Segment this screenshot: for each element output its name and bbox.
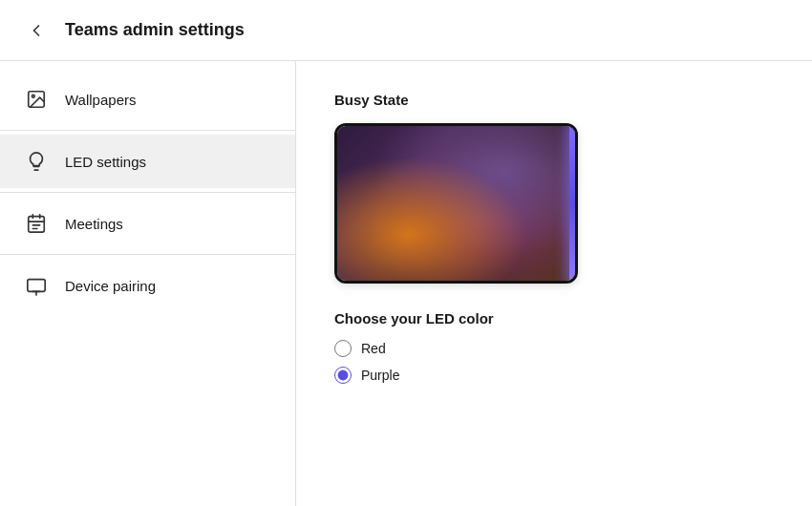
led-option-purple[interactable]: Purple: [334, 367, 774, 384]
sidebar-item-wallpapers[interactable]: Wallpapers: [0, 73, 295, 126]
sidebar-item-meetings[interactable]: Meetings: [0, 197, 295, 250]
svg-point-1: [32, 95, 34, 97]
device-screen: [337, 126, 575, 281]
sidebar-item-label: Device pairing: [65, 278, 156, 294]
svg-rect-2: [29, 217, 45, 233]
led-glow-indicator: [569, 126, 575, 281]
device-icon: [23, 272, 50, 299]
svg-rect-8: [28, 280, 45, 292]
radio-red-label: Red: [361, 341, 386, 356]
led-option-red[interactable]: Red: [334, 340, 774, 357]
sidebar-item-device-pairing[interactable]: Device pairing: [0, 259, 295, 312]
page-title: Teams admin settings: [65, 20, 245, 40]
led-icon: [23, 148, 50, 175]
led-color-options: Red Purple: [334, 340, 774, 384]
image-icon: [23, 86, 50, 113]
header: Teams admin settings: [0, 0, 812, 61]
sidebar-item-label: Wallpapers: [65, 92, 136, 108]
radio-red[interactable]: [334, 340, 352, 357]
sidebar: Wallpapers LED settings: [0, 61, 296, 506]
device-preview: [334, 123, 578, 284]
sidebar-item-label: LED settings: [65, 154, 146, 170]
radio-purple-label: Purple: [361, 368, 399, 383]
meetings-icon: [23, 210, 50, 237]
sidebar-item-led-settings[interactable]: LED settings: [0, 135, 295, 188]
back-icon: [27, 21, 46, 40]
led-color-title: Choose your LED color: [334, 310, 774, 327]
divider-3: [0, 254, 295, 255]
divider-2: [0, 192, 295, 193]
wallpaper-preview: [337, 126, 575, 281]
main-layout: Wallpapers LED settings: [0, 61, 812, 506]
radio-purple[interactable]: [334, 367, 352, 384]
busy-state-title: Busy State: [334, 92, 774, 108]
back-button[interactable]: [19, 13, 53, 48]
sidebar-item-label: Meetings: [65, 216, 123, 232]
content-area: Busy State Choose your LED color Red Pur…: [296, 61, 812, 506]
divider-1: [0, 130, 295, 131]
